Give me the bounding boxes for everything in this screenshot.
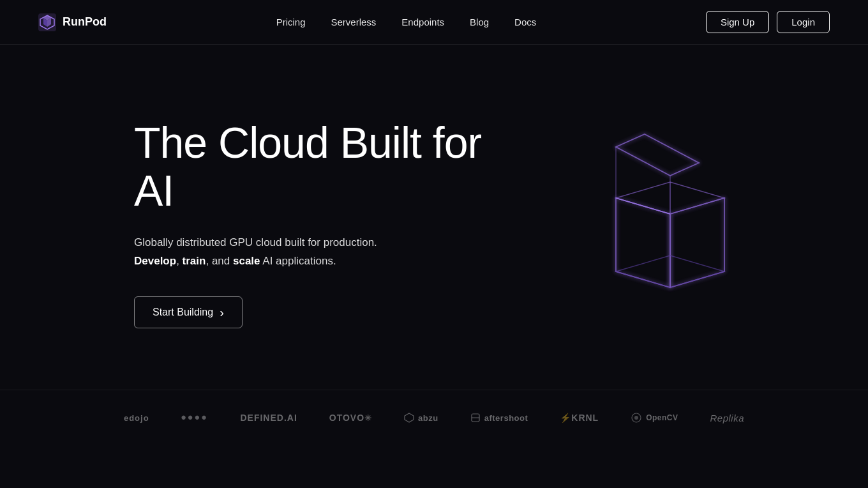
logo-abzu: abzu bbox=[404, 413, 438, 423]
abzu-icon bbox=[404, 413, 414, 423]
logo-link[interactable]: RunPod bbox=[38, 13, 107, 31]
start-building-label: Start Building bbox=[153, 307, 213, 318]
opencv-icon bbox=[631, 412, 642, 423]
cube-svg bbox=[536, 115, 753, 332]
nav-actions: Sign Up Login bbox=[706, 11, 830, 33]
logo-otovo: OTOVO✳ bbox=[329, 413, 372, 423]
nav-link-blog[interactable]: Blog bbox=[470, 17, 489, 27]
logo-replika: Replika bbox=[710, 413, 745, 423]
logo-opencv: OpenCV bbox=[631, 412, 678, 423]
hero-subtitle-develop: Develop bbox=[134, 255, 176, 267]
start-building-button[interactable]: Start Building › bbox=[134, 296, 243, 328]
nav-link-serverless[interactable]: Serverless bbox=[331, 17, 376, 27]
hero-title: The Cloud Built for AI bbox=[134, 119, 491, 215]
hero-subtitle: Globally distributed GPU cloud built for… bbox=[134, 234, 491, 271]
svg-marker-9 bbox=[405, 413, 414, 422]
logos-strip: edojo •••• DEFINED.AI OTOVO✳ abzu afters… bbox=[0, 390, 868, 445]
chevron-right-icon: › bbox=[220, 306, 224, 319]
hero-subtitle-line1: Globally distributed GPU cloud built for… bbox=[134, 236, 377, 248]
hero-section: The Cloud Built for AI Globally distribu… bbox=[0, 45, 868, 390]
aftershoot-icon bbox=[470, 413, 481, 423]
signup-button[interactable]: Sign Up bbox=[706, 11, 769, 33]
nav-link-endpoints[interactable]: Endpoints bbox=[401, 17, 444, 27]
logo-jino: •••• bbox=[181, 409, 209, 426]
hero-subtitle-train: train bbox=[183, 255, 206, 267]
hero-cube-visual bbox=[536, 115, 753, 332]
logo-aftershoot: aftershoot bbox=[470, 413, 528, 423]
runpod-logo-icon bbox=[38, 13, 56, 31]
logo-defined-ai: DEFINED.AI bbox=[240, 413, 297, 423]
logo-krnl: ⚡KRNL bbox=[560, 413, 599, 423]
nav-links: Pricing Serverless Endpoints Blog Docs bbox=[276, 17, 537, 27]
logo-edojo: edojo bbox=[124, 413, 149, 423]
logo-text: RunPod bbox=[63, 15, 107, 29]
login-button[interactable]: Login bbox=[777, 11, 830, 33]
hero-subtitle-scale: scale bbox=[233, 255, 260, 267]
svg-point-13 bbox=[634, 416, 638, 420]
nav-link-docs[interactable]: Docs bbox=[514, 17, 536, 27]
main-nav: RunPod Pricing Serverless Endpoints Blog… bbox=[0, 0, 868, 45]
svg-line-8 bbox=[616, 198, 670, 214]
hero-content: The Cloud Built for AI Globally distribu… bbox=[134, 119, 491, 328]
nav-link-pricing[interactable]: Pricing bbox=[276, 17, 306, 27]
